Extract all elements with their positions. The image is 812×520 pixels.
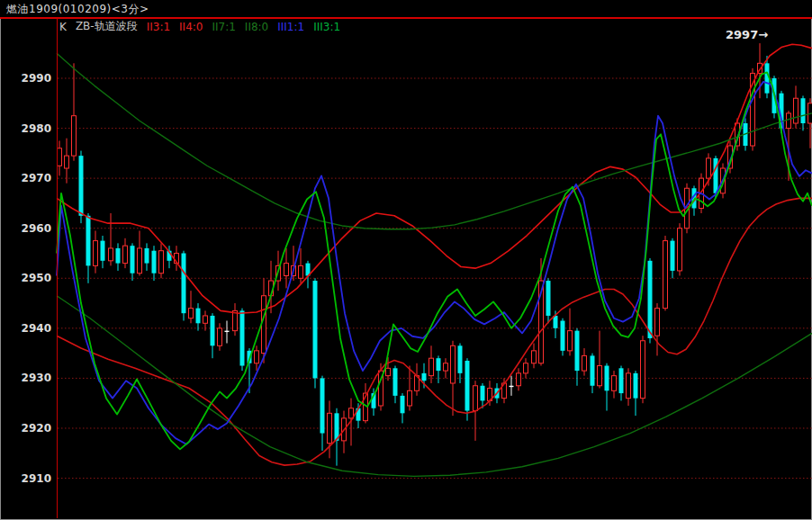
candle-down — [116, 248, 121, 264]
candle-down — [211, 316, 215, 345]
candle-down — [458, 345, 463, 373]
y-tick-2980: 2980 — [22, 122, 51, 135]
legend-item-ii8-0[interactable]: II8:0 — [245, 21, 268, 33]
candle-up — [568, 331, 573, 351]
candle-down — [481, 386, 485, 401]
candle-down — [437, 358, 441, 371]
candle-down — [101, 241, 105, 261]
candle-up — [123, 246, 128, 263]
candle-down — [313, 281, 318, 378]
candle-down — [605, 366, 609, 391]
y-tick-2970: 2970 — [22, 172, 51, 184]
candle-down — [801, 98, 806, 123]
candle-up — [65, 156, 69, 168]
candle-up — [255, 351, 259, 363]
candle-doji — [510, 386, 514, 387]
y-tick-2930: 2930 — [22, 372, 51, 384]
candle-up — [612, 376, 617, 391]
candle-up — [189, 309, 194, 318]
candle-up — [328, 413, 332, 443]
legend-item-ii4-0[interactable]: II4:0 — [179, 21, 203, 33]
candle-up — [663, 241, 668, 309]
candle-up — [218, 328, 222, 345]
candle-doji — [225, 331, 230, 332]
indicator-line-iii1-1 — [57, 82, 812, 444]
candle-up — [429, 358, 434, 375]
candle-up — [474, 386, 478, 411]
candle-up — [524, 363, 528, 373]
candle-up — [109, 248, 113, 261]
y-tick-2990: 2990 — [22, 72, 51, 85]
kline-label[interactable]: K — [59, 21, 67, 33]
candle-up — [299, 265, 303, 278]
y-tick-2940: 2940 — [22, 322, 51, 335]
candle-down — [145, 248, 149, 264]
y-tick-2920: 2920 — [22, 422, 51, 435]
legend-item-ii7-1[interactable]: II7:1 — [212, 21, 235, 33]
candle-down — [401, 396, 405, 413]
legend-item-iii1-1[interactable]: III1:1 — [277, 21, 304, 33]
candle-down — [575, 331, 580, 371]
y-tick-2910: 2910 — [22, 472, 51, 485]
candle-down — [554, 316, 558, 328]
candle-up — [138, 248, 142, 273]
candle-down — [196, 309, 201, 324]
candle-down — [648, 261, 653, 338]
candle-up — [159, 251, 164, 273]
candle-up — [58, 148, 62, 166]
candle-up — [627, 373, 631, 399]
candle-down — [393, 368, 398, 396]
candle-up — [386, 368, 391, 375]
candle-down — [465, 361, 470, 411]
candle-down — [546, 281, 551, 316]
candle-down — [131, 246, 135, 273]
candle-up — [444, 363, 448, 371]
candle-down — [152, 251, 157, 273]
candle-up — [517, 373, 521, 386]
legend-item-ii3-1[interactable]: II3:1 — [147, 21, 170, 33]
candle-down — [619, 368, 624, 393]
candle-up — [707, 158, 711, 178]
candle-down — [422, 373, 427, 381]
candle-down — [86, 216, 91, 266]
candle-up — [262, 296, 266, 354]
legend-items: II3:1II4:0II7:1II8:0III1:1III3:1 — [147, 21, 349, 33]
y-tick-2960: 2960 — [22, 222, 51, 235]
candle-up — [794, 98, 798, 123]
candle-up — [641, 341, 645, 399]
candle-down — [591, 355, 595, 385]
candle-up — [203, 316, 208, 323]
candle-down — [634, 373, 638, 399]
candle-up — [408, 390, 412, 406]
indicator-line-ii7-1 — [57, 296, 812, 477]
trading-app-window: 燃油1909(010209)<3分> 299029802970296029502… — [0, 0, 812, 520]
candle-up — [582, 355, 587, 371]
candle-down — [182, 253, 186, 313]
candle-up — [598, 366, 602, 386]
candle-up — [787, 113, 791, 129]
candle-up — [451, 345, 456, 383]
legend-item-iii3-1[interactable]: III3:1 — [313, 21, 340, 33]
candle-up — [678, 229, 682, 271]
candle-down — [240, 310, 245, 365]
high-price-annotation: 2997→ — [726, 28, 768, 41]
candle-up — [233, 310, 238, 330]
candle-down — [79, 156, 84, 216]
candlestick-chart[interactable]: 299029802970296029502940293029202910 — [0, 0, 812, 520]
candle-down — [671, 241, 675, 271]
candle-up — [94, 241, 98, 266]
indicator-line-ii4-0 — [57, 198, 812, 465]
candle-up — [284, 264, 289, 276]
candle-up — [655, 309, 660, 336]
indicator-name[interactable]: ZB-轨道波段 — [76, 19, 138, 34]
candle-down — [320, 378, 325, 433]
candle-up — [72, 116, 77, 156]
y-tick-2950: 2950 — [22, 272, 51, 284]
indicator-legend: K ZB-轨道波段 II3:1II4:0II7:1II8:0III1:1III3… — [59, 20, 349, 33]
candle-up — [532, 351, 537, 363]
candle-down — [561, 321, 565, 351]
